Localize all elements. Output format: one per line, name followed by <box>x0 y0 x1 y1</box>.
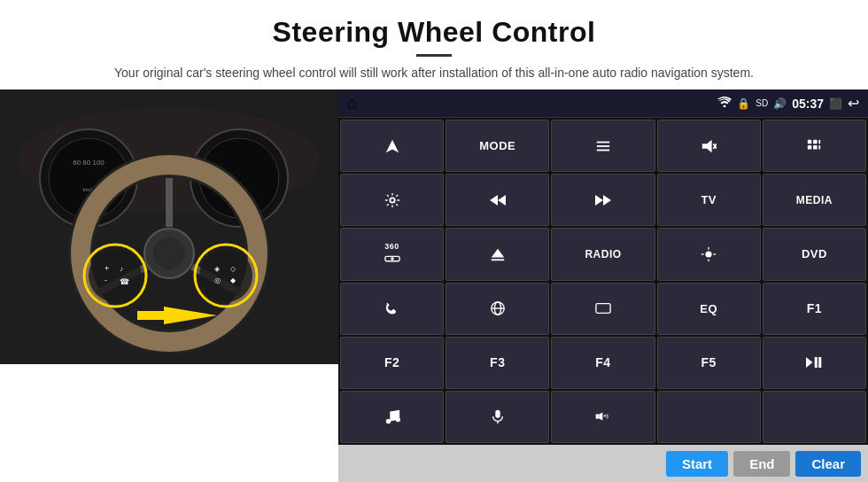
svg-rect-41 <box>819 145 821 150</box>
mic-btn[interactable] <box>446 391 549 443</box>
brightness-btn[interactable] <box>657 228 761 280</box>
svg-marker-45 <box>595 195 603 206</box>
svg-point-22 <box>199 249 252 302</box>
media-btn[interactable]: MEDIA <box>763 174 866 226</box>
f1-btn[interactable]: F1 <box>763 283 866 335</box>
svg-marker-60 <box>806 357 813 368</box>
svg-marker-68 <box>599 413 602 421</box>
svg-text:◎: ◎ <box>214 276 221 284</box>
main-content: 60 80 100 km/h <box>0 89 868 482</box>
next-btn[interactable] <box>551 174 655 226</box>
svg-rect-39 <box>808 145 812 150</box>
tv-btn[interactable]: TV <box>657 174 761 226</box>
sd-icon: SD <box>756 98 768 108</box>
svg-rect-36 <box>808 139 812 144</box>
empty-btn-1 <box>657 391 761 443</box>
screen-icon: ⬛ <box>829 97 842 110</box>
end-button[interactable]: End <box>733 451 790 477</box>
playpause-btn[interactable] <box>763 337 866 389</box>
svg-text:☎: ☎ <box>120 277 129 286</box>
svg-rect-32 <box>597 149 609 151</box>
music-btn[interactable] <box>340 391 444 443</box>
phone-btn[interactable] <box>340 283 444 335</box>
svg-marker-43 <box>490 195 498 206</box>
header-section: Steering Wheel Control Your original car… <box>0 0 868 89</box>
svg-rect-30 <box>597 141 609 143</box>
mute-btn[interactable] <box>657 120 761 172</box>
svg-rect-31 <box>597 145 609 147</box>
svg-point-48 <box>391 257 394 260</box>
svg-rect-59 <box>596 304 610 314</box>
subtitle: Your original car's steering wheel contr… <box>18 64 850 82</box>
back-icon[interactable]: ↩ <box>848 95 859 112</box>
f2-btn[interactable]: F2 <box>340 337 444 389</box>
status-bar: ⌂ 🔒 SD 🔊 05:37 ⬛ ↩ <box>338 89 868 118</box>
settings-btn[interactable] <box>340 174 444 226</box>
list-btn[interactable] <box>551 120 655 172</box>
rect-btn[interactable] <box>551 283 655 335</box>
dvd-btn[interactable]: DVD <box>763 228 866 280</box>
svg-point-14 <box>153 237 185 269</box>
lock-icon: 🔒 <box>737 97 750 110</box>
button-grid: MODE <box>338 118 868 445</box>
svg-point-16 <box>89 249 142 302</box>
cam360-btn[interactable]: 360 <box>340 228 444 280</box>
svg-point-64 <box>395 417 399 422</box>
svg-rect-65 <box>495 410 500 418</box>
svg-point-42 <box>390 198 394 202</box>
start-button[interactable]: Start <box>666 451 728 477</box>
steering-wheel-image: 60 80 100 km/h <box>0 89 338 364</box>
browse-btn[interactable] <box>446 283 549 335</box>
eq-btn[interactable]: EQ <box>657 283 761 335</box>
bluetooth-icon: 🔊 <box>773 97 787 110</box>
status-time: 05:37 <box>792 97 824 111</box>
svg-rect-28 <box>137 311 168 320</box>
svg-text:♪: ♪ <box>120 265 123 273</box>
page-title: Steering Wheel Control <box>18 16 850 49</box>
svg-text:+: + <box>105 264 109 273</box>
action-bar: Start End Clear <box>338 445 868 482</box>
svg-text:60 80 100: 60 80 100 <box>73 159 105 167</box>
svg-marker-67 <box>596 415 600 419</box>
svg-rect-61 <box>815 357 818 368</box>
svg-rect-50 <box>492 259 504 260</box>
svg-point-63 <box>385 419 390 424</box>
svg-rect-37 <box>813 139 818 144</box>
radio-btn[interactable]: RADIO <box>551 228 655 280</box>
svg-text:-: - <box>105 276 107 284</box>
status-right: 🔒 SD 🔊 05:37 ⬛ ↩ <box>717 95 859 112</box>
navigate-btn[interactable] <box>340 120 444 172</box>
mode-btn[interactable]: MODE <box>446 120 549 172</box>
f4-btn[interactable]: F4 <box>551 337 655 389</box>
home-icon[interactable]: ⌂ <box>347 94 357 113</box>
steering-svg: 60 80 100 km/h <box>0 89 338 364</box>
svg-text:◇: ◇ <box>230 265 236 273</box>
f3-btn[interactable]: F3 <box>446 337 549 389</box>
title-divider <box>416 54 452 57</box>
eject-btn[interactable] <box>446 228 549 280</box>
prev-btn[interactable] <box>446 174 549 226</box>
svg-text:◈: ◈ <box>214 265 221 273</box>
svg-marker-29 <box>385 139 398 152</box>
clear-button[interactable]: Clear <box>795 451 861 477</box>
svg-rect-62 <box>819 357 822 368</box>
svg-marker-49 <box>492 249 504 258</box>
svg-text:◆: ◆ <box>230 276 236 284</box>
volphone-btn[interactable] <box>551 391 655 443</box>
svg-marker-44 <box>498 195 506 206</box>
svg-marker-46 <box>603 195 611 206</box>
svg-point-51 <box>706 251 712 257</box>
page: Steering Wheel Control Your original car… <box>0 0 868 482</box>
svg-rect-40 <box>813 145 818 150</box>
f5-btn[interactable]: F5 <box>657 337 761 389</box>
control-panel: ⌂ 🔒 SD 🔊 05:37 ⬛ ↩ <box>338 89 868 482</box>
wifi-icon <box>717 97 732 110</box>
svg-rect-38 <box>819 139 821 144</box>
svg-marker-33 <box>702 139 712 152</box>
apps-btn[interactable] <box>763 120 866 172</box>
empty-btn-2 <box>763 391 866 443</box>
